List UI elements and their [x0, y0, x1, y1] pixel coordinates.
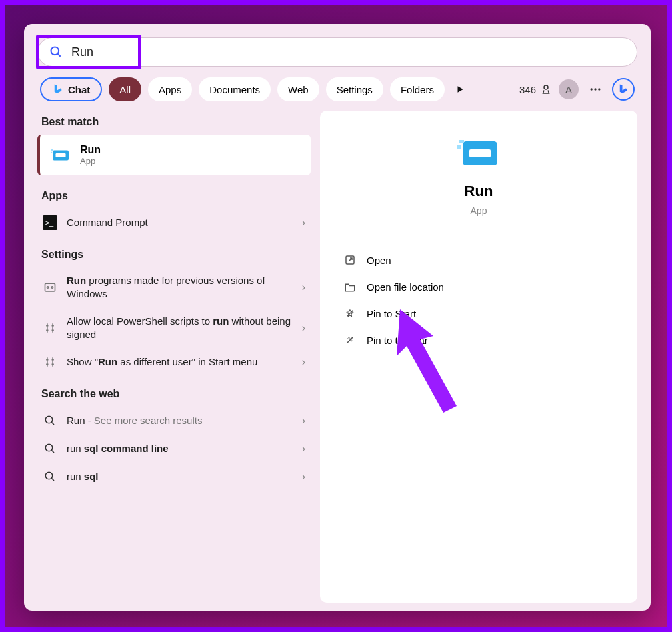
svg-rect-23: [459, 140, 464, 143]
apps-heading: Apps: [37, 185, 311, 209]
svg-rect-7: [56, 153, 66, 157]
action-pin-to-start[interactable]: Pin to Start: [340, 301, 617, 326]
result-command-prompt[interactable]: >_ Command Prompt ›: [37, 209, 311, 237]
results-column: Best match Run App Apps >_ Command Prom: [37, 111, 311, 603]
filter-settings[interactable]: Settings: [326, 77, 383, 101]
action-label: Pin to taskbar: [367, 335, 428, 346]
more-button[interactable]: [585, 79, 605, 99]
filter-web[interactable]: Web: [277, 77, 319, 101]
detail-title: Run: [465, 183, 493, 200]
result-label: Run programs made for previous versions …: [67, 274, 293, 301]
svg-point-0: [51, 47, 59, 55]
svg-line-18: [51, 450, 54, 453]
filter-all[interactable]: All: [109, 77, 141, 101]
action-open-file-location[interactable]: Open file location: [340, 274, 617, 299]
result-label: Command Prompt: [67, 216, 293, 229]
search-bar: [37, 37, 637, 67]
action-label: Open: [367, 255, 391, 266]
bing-icon: [52, 83, 64, 95]
best-match-title: Run: [80, 144, 101, 156]
chevron-right-icon: ›: [302, 322, 305, 334]
settings-item-icon: [43, 355, 57, 369]
search-icon: [49, 45, 63, 59]
web-result-sql-command-line[interactable]: run sql command line ›: [37, 435, 311, 463]
svg-point-5: [598, 88, 600, 90]
result-powershell-scripts[interactable]: Allow local PowerShell scripts to run wi…: [37, 308, 311, 349]
result-run-as-different-user[interactable]: Show "Run as different user" in Start me…: [37, 348, 311, 376]
chevron-right-icon: ›: [302, 443, 305, 455]
svg-point-14: [51, 287, 53, 289]
rewards-score[interactable]: 346: [519, 83, 552, 95]
result-label: Show "Run as different user" in Start me…: [67, 355, 293, 369]
chevron-right-icon: ›: [302, 471, 305, 483]
run-icon-large: [457, 137, 500, 169]
chat-pill[interactable]: Chat: [40, 77, 102, 101]
result-run-compatibility[interactable]: Run programs made for previous versions …: [37, 267, 311, 308]
web-result-sql[interactable]: run sql ›: [37, 463, 311, 491]
detail-pane: Run App Open Open file location Pin to S…: [320, 111, 637, 603]
action-pin-to-taskbar[interactable]: Pin to taskbar: [340, 327, 617, 353]
search-icon: [43, 413, 57, 428]
filter-folders[interactable]: Folders: [390, 77, 445, 101]
svg-line-16: [51, 422, 54, 425]
result-label: run sql command line: [67, 442, 293, 455]
filter-documents[interactable]: Documents: [199, 77, 271, 101]
settings-heading: Settings: [37, 243, 311, 267]
svg-point-19: [45, 472, 53, 479]
svg-rect-8: [51, 149, 53, 151]
action-label: Open file location: [367, 281, 444, 293]
run-icon: [51, 148, 71, 163]
chevron-right-icon: ›: [302, 217, 305, 229]
web-result-run[interactable]: Run - See more search results ›: [37, 407, 311, 435]
filter-apps[interactable]: Apps: [148, 77, 192, 101]
search-input[interactable]: [37, 37, 637, 67]
svg-text:>_: >_: [45, 219, 54, 227]
search-web-heading: Search the web: [37, 383, 311, 407]
svg-rect-22: [469, 149, 491, 157]
chevron-right-icon: ›: [302, 415, 305, 427]
svg-rect-9: [51, 151, 52, 153]
svg-point-4: [594, 88, 596, 90]
bing-chat-button[interactable]: [612, 78, 635, 101]
best-match-subtitle: App: [80, 156, 101, 166]
detail-actions: Open Open file location Pin to Start Pin…: [340, 247, 617, 353]
svg-rect-24: [457, 145, 461, 149]
svg-point-13: [47, 287, 49, 289]
filter-row: Chat All Apps Documents Web Settings Fol…: [37, 77, 637, 101]
action-open[interactable]: Open: [340, 247, 617, 273]
svg-point-15: [45, 416, 53, 423]
result-label: Run - See more search results: [67, 414, 293, 427]
chevron-right-icon: ›: [302, 356, 305, 368]
best-match-heading: Best match: [37, 111, 311, 135]
svg-line-20: [51, 478, 54, 481]
svg-point-17: [45, 444, 53, 451]
settings-item-icon: [43, 321, 57, 335]
search-icon: [43, 469, 57, 484]
search-icon: [43, 441, 57, 456]
best-match-card[interactable]: Run App: [37, 135, 311, 175]
svg-point-2: [544, 85, 548, 89]
filters-overflow-icon[interactable]: [455, 85, 465, 94]
cmd-icon: >_: [43, 215, 57, 230]
result-label: Allow local PowerShell scripts to run wi…: [67, 315, 293, 342]
avatar[interactable]: A: [559, 79, 579, 99]
svg-point-3: [591, 88, 593, 90]
chat-label: Chat: [68, 84, 90, 95]
action-label: Pin to Start: [367, 308, 416, 319]
result-label: run sql: [67, 470, 293, 483]
trophy-icon: [540, 83, 552, 95]
start-search-panel: Chat All Apps Documents Web Settings Fol…: [24, 24, 651, 611]
settings-item-icon: [43, 280, 57, 295]
detail-subtitle: App: [471, 205, 487, 216]
svg-line-1: [58, 54, 61, 57]
chevron-right-icon: ›: [302, 281, 305, 293]
